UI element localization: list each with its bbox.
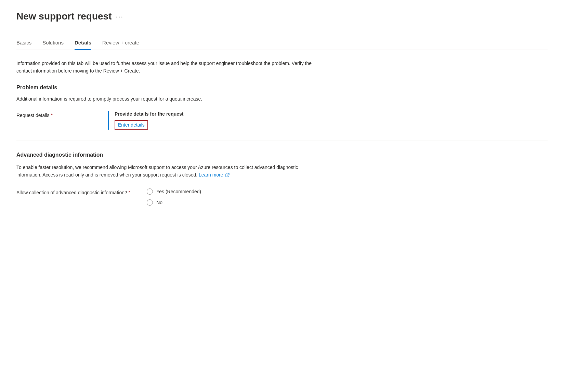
radio-yes-circle — [147, 188, 153, 195]
advanced-diagnostic-title: Advanced diagnostic information — [16, 152, 548, 158]
tab-bar: Basics Solutions Details Review + create — [16, 36, 548, 50]
radio-no-option[interactable]: No — [147, 199, 352, 206]
page-header: New support request ··· — [16, 11, 548, 22]
tab-review-create[interactable]: Review + create — [102, 36, 139, 50]
learn-more-link[interactable]: Learn more — [199, 172, 229, 178]
section-divider — [16, 141, 548, 141]
tab-details[interactable]: Details — [75, 36, 91, 50]
required-star-2: * — [129, 190, 130, 195]
advanced-diagnostic-section: Advanced diagnostic information To enabl… — [16, 152, 548, 206]
allow-collection-row: Allow collection of advanced diagnostic … — [16, 188, 548, 206]
page-title: New support request — [16, 11, 112, 22]
problem-details-subtitle: Additional information is required to pr… — [16, 96, 548, 102]
enter-details-input[interactable]: Enter details — [115, 120, 148, 130]
request-details-content: Provide details for the request Enter de… — [108, 111, 313, 130]
diagnostic-radio-group: Yes (Recommended) No — [147, 188, 352, 206]
radio-yes-option[interactable]: Yes (Recommended) — [147, 188, 352, 195]
panel-title: Provide details for the request — [115, 111, 313, 117]
more-options-button[interactable]: ··· — [116, 13, 123, 21]
advanced-diagnostic-description: To enable faster resolution, we recommen… — [16, 164, 324, 179]
tab-solutions[interactable]: Solutions — [42, 36, 64, 50]
tab-basics[interactable]: Basics — [16, 36, 31, 50]
request-details-row: Request details * Provide details for th… — [16, 111, 548, 130]
allow-collection-label: Allow collection of advanced diagnostic … — [16, 188, 130, 195]
request-details-panel: Provide details for the request Enter de… — [108, 111, 313, 130]
external-link-icon — [225, 173, 229, 177]
allow-collection-content: Yes (Recommended) No — [147, 188, 352, 206]
radio-no-circle — [147, 199, 153, 206]
tab-description: Information provided on this tab will be… — [16, 60, 324, 75]
required-star: * — [51, 113, 53, 118]
problem-details-section: Problem details Additional information i… — [16, 84, 548, 130]
problem-details-title: Problem details — [16, 84, 548, 91]
request-details-label: Request details * — [16, 111, 92, 118]
